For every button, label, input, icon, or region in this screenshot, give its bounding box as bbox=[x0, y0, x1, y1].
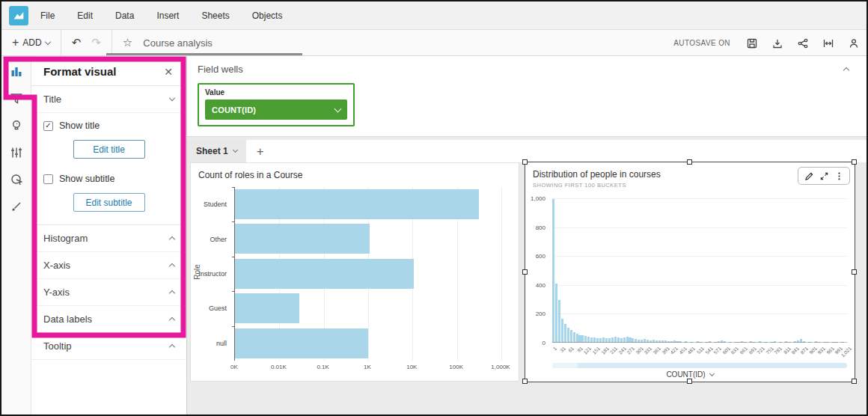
histogram-bar[interactable] bbox=[596, 338, 599, 342]
histogram-bar[interactable] bbox=[602, 337, 605, 342]
edit-pencil-icon[interactable] bbox=[803, 170, 815, 182]
undo-icon[interactable]: ↶ bbox=[72, 36, 82, 49]
maximize-icon[interactable] bbox=[818, 170, 830, 182]
histogram-bar[interactable] bbox=[581, 335, 584, 342]
histogram-bar[interactable] bbox=[644, 339, 646, 342]
selection-handle[interactable] bbox=[852, 379, 857, 384]
histogram-bar[interactable] bbox=[632, 338, 634, 342]
histogram-bar[interactable] bbox=[741, 341, 743, 342]
user-icon[interactable] bbox=[847, 37, 861, 50]
histogram-bar[interactable] bbox=[561, 319, 563, 342]
histogram-bar[interactable] bbox=[724, 341, 726, 342]
menu-insert[interactable]: Insert bbox=[156, 10, 179, 21]
histogram-bar[interactable] bbox=[608, 338, 611, 342]
edit-title-button[interactable]: Edit title bbox=[73, 140, 145, 159]
histogram-bar[interactable] bbox=[576, 334, 578, 342]
visualize-icon[interactable] bbox=[8, 64, 25, 80]
parameters-icon[interactable] bbox=[8, 144, 25, 161]
histogram-bar[interactable] bbox=[650, 340, 652, 342]
menu-objects[interactable]: Objects bbox=[252, 10, 283, 21]
histogram-visual[interactable]: Distribution of people in courses SHOWIN… bbox=[525, 162, 855, 382]
show-subtitle-checkbox[interactable] bbox=[43, 174, 53, 184]
histogram-scrollbar[interactable] bbox=[552, 363, 847, 368]
x-axis-field-label[interactable]: COUNT(ID) bbox=[666, 370, 705, 379]
histogram-bar[interactable] bbox=[611, 337, 614, 342]
histogram-bar[interactable] bbox=[635, 339, 637, 342]
histogram-bar[interactable] bbox=[709, 341, 711, 342]
histogram-bar[interactable] bbox=[638, 340, 640, 342]
section-x-axis[interactable]: X-axis bbox=[31, 252, 186, 279]
analysis-title[interactable]: Course analysis bbox=[143, 37, 213, 49]
actions-icon[interactable] bbox=[8, 171, 25, 188]
histogram-bar[interactable] bbox=[567, 328, 569, 342]
histogram-bar[interactable] bbox=[620, 338, 623, 342]
add-button[interactable]: + ADD bbox=[1, 30, 61, 55]
add-sheet-button[interactable]: + bbox=[246, 144, 275, 162]
histogram-bar[interactable] bbox=[676, 341, 678, 342]
histogram-bar[interactable] bbox=[629, 337, 631, 342]
histogram-bar[interactable] bbox=[815, 341, 817, 342]
histogram-bar[interactable] bbox=[605, 338, 608, 342]
histogram-bar[interactable] bbox=[564, 324, 566, 342]
histogram-bar[interactable] bbox=[623, 337, 626, 342]
histogram-bar[interactable] bbox=[664, 340, 667, 342]
histogram-bar[interactable] bbox=[667, 341, 670, 342]
section-data-labels[interactable]: Data labels bbox=[31, 306, 186, 333]
histogram-bar[interactable] bbox=[552, 199, 554, 342]
filter-icon[interactable] bbox=[8, 91, 25, 107]
favorite-star-icon[interactable]: ☆ bbox=[112, 36, 135, 49]
histogram-bar[interactable] bbox=[652, 340, 655, 342]
histogram-bar[interactable] bbox=[641, 340, 643, 342]
histogram-bar[interactable] bbox=[590, 337, 593, 342]
histogram-bar[interactable] bbox=[774, 341, 776, 342]
section-histogram[interactable]: Histogram bbox=[31, 225, 186, 252]
histogram-bar[interactable] bbox=[750, 341, 752, 342]
histogram-bar[interactable] bbox=[794, 341, 796, 342]
histogram-bar[interactable] bbox=[670, 341, 673, 342]
histogram-bar[interactable] bbox=[587, 337, 590, 342]
menu-file[interactable]: File bbox=[40, 10, 55, 21]
selection-handle[interactable] bbox=[522, 379, 528, 384]
histogram-bar[interactable] bbox=[800, 339, 802, 342]
export-icon[interactable] bbox=[771, 37, 784, 50]
collapse-field-wells-icon[interactable] bbox=[843, 67, 849, 73]
selection-handle[interactable] bbox=[522, 269, 528, 275]
themes-icon[interactable] bbox=[8, 198, 25, 215]
fit-width-icon[interactable] bbox=[822, 37, 835, 50]
menu-sheets[interactable]: Sheets bbox=[201, 10, 229, 21]
histogram-bar[interactable] bbox=[673, 340, 676, 342]
histogram-bar[interactable] bbox=[685, 341, 687, 342]
histogram-bar[interactable] bbox=[578, 335, 581, 342]
histogram-bar[interactable] bbox=[593, 337, 596, 342]
histogram-bar[interactable] bbox=[697, 341, 699, 342]
menu-edit[interactable]: Edit bbox=[77, 10, 93, 21]
redo-icon[interactable]: ↷ bbox=[91, 36, 101, 49]
selection-handle[interactable] bbox=[687, 379, 692, 384]
selection-handle[interactable] bbox=[852, 269, 857, 275]
histogram-bar[interactable] bbox=[617, 337, 620, 342]
value-field-pill[interactable]: COUNT(ID) bbox=[205, 100, 347, 120]
selection-handle[interactable] bbox=[522, 159, 528, 165]
bar[interactable] bbox=[235, 224, 370, 254]
bar-chart-visual[interactable]: Count of roles in a Course Role StudentO… bbox=[190, 162, 519, 382]
menu-data[interactable]: Data bbox=[115, 10, 134, 21]
histogram-bar[interactable] bbox=[570, 330, 572, 342]
bar[interactable] bbox=[235, 259, 414, 289]
save-icon[interactable] bbox=[745, 37, 759, 50]
edit-subtitle-button[interactable]: Edit subtitle bbox=[73, 193, 145, 212]
histogram-bar[interactable] bbox=[718, 341, 720, 342]
histogram-bar[interactable] bbox=[558, 300, 560, 342]
histogram-bar[interactable] bbox=[555, 284, 557, 342]
bar[interactable] bbox=[235, 328, 368, 358]
insights-icon[interactable] bbox=[8, 117, 25, 134]
histogram-bar[interactable] bbox=[599, 338, 602, 342]
menu-kebab-icon[interactable] bbox=[833, 170, 845, 182]
bar[interactable] bbox=[235, 189, 479, 219]
histogram-bar[interactable] bbox=[785, 341, 787, 342]
histogram-bar[interactable] bbox=[655, 340, 658, 342]
show-title-checkbox[interactable]: ✓ bbox=[43, 121, 53, 131]
histogram-bar[interactable] bbox=[626, 337, 629, 342]
selection-handle[interactable] bbox=[852, 159, 857, 165]
histogram-bar[interactable] bbox=[759, 341, 761, 342]
histogram-bar[interactable] bbox=[584, 336, 587, 342]
